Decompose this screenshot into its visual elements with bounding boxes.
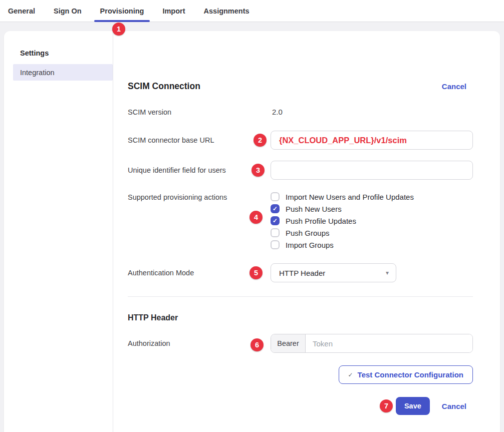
save-row: 7 Save Cancel [128,397,473,415]
unique-id-input[interactable] [271,161,473,180]
authorization-input-group: Bearer [271,334,473,353]
provisioning-actions-row: Supported provisioning actions 4 ✓ Impor… [128,192,473,249]
save-button[interactable]: Save [396,397,430,415]
checkbox-import-new-users[interactable]: ✓ Import New Users and Profile Updates [271,192,414,201]
unique-id-label: Unique identifier field for users [128,166,271,174]
checkbox-push-groups[interactable]: ✓ Push Groups [271,228,414,237]
checkbox-push-profile-updates[interactable]: ✓ Push Profile Updates [271,216,414,225]
checkbox-push-new-users[interactable]: ✓ Push New Users [271,204,414,213]
step-badge-5: 5 [249,266,263,279]
provisioning-card: Settings Integration SCIM Connection Can… [4,31,500,432]
base-url-label: SCIM connector base URL [128,136,271,144]
sidebar-heading: Settings [20,49,113,57]
tab-general[interactable]: General [8,0,35,22]
scim-version-label: SCIM version [128,108,271,116]
step-badge-6: 6 [250,338,264,351]
step-badge-3: 3 [251,164,265,177]
cancel-link-bottom[interactable]: Cancel [442,402,466,410]
authorization-row: Authorization 6 Bearer [128,334,473,353]
checkbox-box: ✓ [271,228,280,237]
check-icon: ✓ [273,206,278,212]
test-connector-label: Test Connector Configuration [358,370,463,379]
page-title: SCIM Connection [128,81,200,92]
step-badge-4: 4 [249,211,263,224]
app-tabbar: General Sign On Provisioning Import Assi… [0,0,504,22]
settings-sidebar: Settings Integration [4,31,113,432]
cancel-link-top[interactable]: Cancel [442,82,466,91]
auth-mode-selected-value: HTTP Header [279,269,325,277]
scim-version-value: 2.0 [271,108,283,116]
tab-assignments[interactable]: Assignments [204,0,249,22]
checkbox-label: Import New Users and Profile Updates [286,193,414,201]
tab-provisioning[interactable]: Provisioning [100,0,144,22]
base-url-row: SCIM connector base URL 2 [128,131,473,150]
page: General Sign On Provisioning Import Assi… [0,0,504,432]
http-header-section-title: HTTP Header [128,313,473,322]
provisioning-actions-label: Supported provisioning actions [128,192,271,201]
checkbox-label: Push Profile Updates [286,217,356,225]
checkbox-box: ✓ [271,240,280,249]
scim-version-row: SCIM version 2.0 [128,108,473,116]
checkbox-box: ✓ [271,192,280,201]
test-connector-button[interactable]: ✓ Test Connector Configuration [339,365,473,384]
auth-mode-row: Authentication Mode 5 HTTP Header ▾ [128,263,473,282]
chevron-down-icon: ▾ [386,269,389,276]
check-icon: ✓ [273,218,278,224]
checkbox-label: Import Groups [286,241,334,249]
step-badge-7: 7 [380,399,393,412]
token-input[interactable] [306,334,472,352]
auth-mode-select[interactable]: HTTP Header ▾ [271,263,396,282]
checkbox-label: Push New Users [286,205,342,213]
scim-form: SCIM Connection Cancel SCIM version 2.0 … [113,31,500,432]
tab-import[interactable]: Import [162,0,185,22]
checkbox-box: ✓ [271,204,280,213]
base-url-input[interactable] [271,131,473,150]
checkbox-label: Push Groups [286,229,330,237]
section-divider [128,296,473,297]
unique-id-row: Unique identifier field for users 3 [128,161,473,180]
checkbox-import-groups[interactable]: ✓ Import Groups [271,240,414,249]
sidebar-item-integration[interactable]: Integration [13,64,113,81]
bearer-prefix: Bearer [271,334,306,352]
provisioning-actions-list: ✓ Import New Users and Profile Updates ✓… [271,192,414,249]
step-badge-1: 1 [112,23,125,36]
check-icon: ✓ [348,371,353,378]
authorization-label: Authorization [128,339,271,347]
panel-header: SCIM Connection Cancel [128,81,473,92]
step-badge-2: 2 [254,134,267,147]
tab-sign-on[interactable]: Sign On [54,0,82,22]
checkbox-box: ✓ [271,216,280,225]
test-connector-row: ✓ Test Connector Configuration [128,365,473,384]
